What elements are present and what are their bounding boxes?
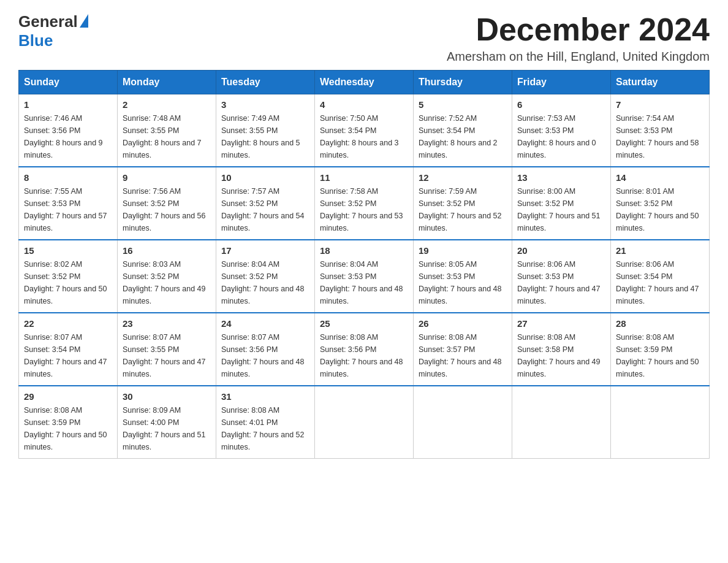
calendar-cell: 6 Sunrise: 7:53 AM Sunset: 3:53 PM Dayli… <box>512 94 611 167</box>
calendar-cell: 2 Sunrise: 7:48 AM Sunset: 3:55 PM Dayli… <box>118 94 216 167</box>
calendar-cell: 23 Sunrise: 8:07 AM Sunset: 3:55 PM Dayl… <box>118 313 216 386</box>
calendar-cell: 20 Sunrise: 8:06 AM Sunset: 3:53 PM Dayl… <box>512 240 611 313</box>
day-info: Sunrise: 7:48 AM Sunset: 3:55 PM Dayligh… <box>123 112 211 161</box>
calendar-cell: 24 Sunrise: 8:07 AM Sunset: 3:56 PM Dayl… <box>216 313 315 386</box>
day-info: Sunrise: 7:59 AM Sunset: 3:52 PM Dayligh… <box>419 185 507 234</box>
calendar-week-row: 29 Sunrise: 8:08 AM Sunset: 3:59 PM Dayl… <box>19 386 710 459</box>
day-number: 30 <box>123 391 211 402</box>
day-number: 24 <box>221 318 309 329</box>
day-info: Sunrise: 7:56 AM Sunset: 3:52 PM Dayligh… <box>123 185 211 234</box>
calendar-cell: 14 Sunrise: 8:01 AM Sunset: 3:52 PM Dayl… <box>611 167 710 240</box>
calendar-cell: 16 Sunrise: 8:03 AM Sunset: 3:52 PM Dayl… <box>118 240 216 313</box>
day-info: Sunrise: 7:55 AM Sunset: 3:53 PM Dayligh… <box>24 185 112 234</box>
day-of-week-friday: Friday <box>512 71 611 94</box>
logo: General Blue <box>18 12 88 50</box>
calendar-cell: 27 Sunrise: 8:08 AM Sunset: 3:58 PM Dayl… <box>512 313 611 386</box>
day-info: Sunrise: 7:57 AM Sunset: 3:52 PM Dayligh… <box>221 185 309 234</box>
calendar-cell: 9 Sunrise: 7:56 AM Sunset: 3:52 PM Dayli… <box>118 167 216 240</box>
day-info: Sunrise: 8:08 AM Sunset: 3:58 PM Dayligh… <box>517 331 605 380</box>
calendar-cell: 29 Sunrise: 8:08 AM Sunset: 3:59 PM Dayl… <box>19 386 118 459</box>
day-info: Sunrise: 7:50 AM Sunset: 3:54 PM Dayligh… <box>320 112 408 161</box>
day-number: 6 <box>517 99 605 110</box>
calendar-cell <box>315 386 414 459</box>
day-number: 16 <box>123 245 211 256</box>
calendar-week-row: 15 Sunrise: 8:02 AM Sunset: 3:52 PM Dayl… <box>19 240 710 313</box>
calendar-header: SundayMondayTuesdayWednesdayThursdayFrid… <box>19 71 710 94</box>
day-of-week-monday: Monday <box>118 71 216 94</box>
calendar-table: SundayMondayTuesdayWednesdayThursdayFrid… <box>18 70 710 459</box>
day-number: 28 <box>616 318 704 329</box>
day-info: Sunrise: 8:00 AM Sunset: 3:52 PM Dayligh… <box>517 185 605 234</box>
day-info: Sunrise: 8:09 AM Sunset: 4:00 PM Dayligh… <box>123 404 211 453</box>
calendar-cell: 18 Sunrise: 8:04 AM Sunset: 3:53 PM Dayl… <box>315 240 414 313</box>
day-info: Sunrise: 8:07 AM Sunset: 3:55 PM Dayligh… <box>123 331 211 380</box>
day-number: 18 <box>320 245 408 256</box>
day-of-week-sunday: Sunday <box>19 71 118 94</box>
day-info: Sunrise: 8:06 AM Sunset: 3:53 PM Dayligh… <box>517 258 605 307</box>
day-number: 10 <box>221 172 309 183</box>
day-number: 25 <box>320 318 408 329</box>
day-number: 1 <box>24 99 112 110</box>
title-area: December 2024 Amersham on the Hill, Engl… <box>447 12 710 64</box>
day-number: 21 <box>616 245 704 256</box>
calendar-cell: 13 Sunrise: 8:00 AM Sunset: 3:52 PM Dayl… <box>512 167 611 240</box>
days-of-week-row: SundayMondayTuesdayWednesdayThursdayFrid… <box>19 71 710 94</box>
calendar-week-row: 1 Sunrise: 7:46 AM Sunset: 3:56 PM Dayli… <box>19 94 710 167</box>
calendar-cell: 30 Sunrise: 8:09 AM Sunset: 4:00 PM Dayl… <box>118 386 216 459</box>
calendar-cell: 3 Sunrise: 7:49 AM Sunset: 3:55 PM Dayli… <box>216 94 315 167</box>
calendar-cell: 10 Sunrise: 7:57 AM Sunset: 3:52 PM Dayl… <box>216 167 315 240</box>
day-info: Sunrise: 8:03 AM Sunset: 3:52 PM Dayligh… <box>123 258 211 307</box>
calendar-cell: 17 Sunrise: 8:04 AM Sunset: 3:52 PM Dayl… <box>216 240 315 313</box>
day-number: 14 <box>616 172 704 183</box>
day-info: Sunrise: 8:08 AM Sunset: 4:01 PM Dayligh… <box>221 404 309 453</box>
calendar-cell <box>414 386 512 459</box>
day-info: Sunrise: 8:02 AM Sunset: 3:52 PM Dayligh… <box>24 258 112 307</box>
day-info: Sunrise: 8:07 AM Sunset: 3:56 PM Dayligh… <box>221 331 309 380</box>
logo-triangle-icon <box>80 14 88 28</box>
calendar-cell: 7 Sunrise: 7:54 AM Sunset: 3:53 PM Dayli… <box>611 94 710 167</box>
calendar-cell: 15 Sunrise: 8:02 AM Sunset: 3:52 PM Dayl… <box>19 240 118 313</box>
day-info: Sunrise: 8:04 AM Sunset: 3:52 PM Dayligh… <box>221 258 309 307</box>
day-number: 13 <box>517 172 605 183</box>
calendar-cell: 8 Sunrise: 7:55 AM Sunset: 3:53 PM Dayli… <box>19 167 118 240</box>
day-info: Sunrise: 7:52 AM Sunset: 3:54 PM Dayligh… <box>419 112 507 161</box>
day-info: Sunrise: 8:08 AM Sunset: 3:56 PM Dayligh… <box>320 331 408 380</box>
day-info: Sunrise: 7:54 AM Sunset: 3:53 PM Dayligh… <box>616 112 704 161</box>
calendar-week-row: 8 Sunrise: 7:55 AM Sunset: 3:53 PM Dayli… <box>19 167 710 240</box>
calendar-cell <box>611 386 710 459</box>
calendar-cell: 12 Sunrise: 7:59 AM Sunset: 3:52 PM Dayl… <box>414 167 512 240</box>
day-number: 2 <box>123 99 211 110</box>
day-number: 12 <box>419 172 507 183</box>
day-info: Sunrise: 8:06 AM Sunset: 3:54 PM Dayligh… <box>616 258 704 307</box>
calendar-cell <box>512 386 611 459</box>
day-number: 31 <box>221 391 309 402</box>
calendar-cell: 5 Sunrise: 7:52 AM Sunset: 3:54 PM Dayli… <box>414 94 512 167</box>
calendar-cell: 25 Sunrise: 8:08 AM Sunset: 3:56 PM Dayl… <box>315 313 414 386</box>
day-number: 23 <box>123 318 211 329</box>
day-number: 4 <box>320 99 408 110</box>
day-number: 8 <box>24 172 112 183</box>
calendar-cell: 11 Sunrise: 7:58 AM Sunset: 3:52 PM Dayl… <box>315 167 414 240</box>
day-number: 9 <box>123 172 211 183</box>
day-of-week-saturday: Saturday <box>611 71 710 94</box>
day-number: 7 <box>616 99 704 110</box>
logo-general-text: General <box>18 12 78 31</box>
calendar-cell: 21 Sunrise: 8:06 AM Sunset: 3:54 PM Dayl… <box>611 240 710 313</box>
day-info: Sunrise: 7:49 AM Sunset: 3:55 PM Dayligh… <box>221 112 309 161</box>
day-info: Sunrise: 8:08 AM Sunset: 3:59 PM Dayligh… <box>616 331 704 380</box>
day-number: 19 <box>419 245 507 256</box>
location-title: Amersham on the Hill, England, United Ki… <box>447 50 710 64</box>
day-number: 22 <box>24 318 112 329</box>
day-info: Sunrise: 8:05 AM Sunset: 3:53 PM Dayligh… <box>419 258 507 307</box>
day-info: Sunrise: 8:01 AM Sunset: 3:52 PM Dayligh… <box>616 185 704 234</box>
day-number: 17 <box>221 245 309 256</box>
calendar-week-row: 22 Sunrise: 8:07 AM Sunset: 3:54 PM Dayl… <box>19 313 710 386</box>
day-info: Sunrise: 7:58 AM Sunset: 3:52 PM Dayligh… <box>320 185 408 234</box>
month-title: December 2024 <box>447 12 710 47</box>
calendar-cell: 22 Sunrise: 8:07 AM Sunset: 3:54 PM Dayl… <box>19 313 118 386</box>
logo-blue-text: Blue <box>18 31 53 50</box>
calendar-cell: 1 Sunrise: 7:46 AM Sunset: 3:56 PM Dayli… <box>19 94 118 167</box>
day-of-week-tuesday: Tuesday <box>216 71 315 94</box>
day-number: 29 <box>24 391 112 402</box>
day-info: Sunrise: 8:08 AM Sunset: 3:57 PM Dayligh… <box>419 331 507 380</box>
